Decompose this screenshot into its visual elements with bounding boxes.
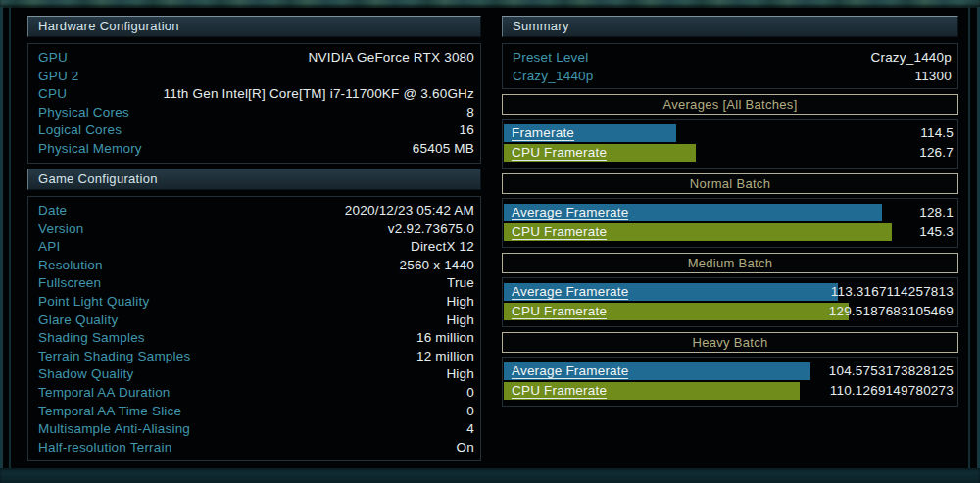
hardware-config-row: GPUNVIDIA GeForce RTX 3080 <box>38 49 474 68</box>
bar-label: Average Framerate <box>512 363 628 379</box>
batch-title: Averages [All Batches] <box>502 94 958 115</box>
game-config-row-value: On <box>457 439 474 458</box>
batch-title: Medium Batch <box>502 253 958 273</box>
game-config-row-value: High <box>446 365 474 384</box>
framerate-bar-row: Average Framerate113.3167114257813 <box>504 283 956 301</box>
game-config-row: Multisample Anti-Aliasing4 <box>38 420 474 439</box>
game-config-row-label: Multisample Anti-Aliasing <box>38 420 190 439</box>
hardware-configuration-box: GPUNVIDIA GeForce RTX 3080GPU 2CPU11th G… <box>27 43 481 164</box>
preset-row: Preset LevelCrazy_1440p <box>513 49 952 68</box>
game-config-row-label: Temporal AA Duration <box>38 384 171 403</box>
hardware-config-row: Logical Cores16 <box>38 121 474 140</box>
framerate-bar-row: Framerate114.5 <box>504 124 956 142</box>
batch-bars-box: Framerate114.5CPU Framerate126.7 <box>502 119 958 169</box>
hardware-config-row-value: NVIDIA GeForce RTX 3080 <box>309 49 474 68</box>
hardware-config-row-label: Physical Cores <box>38 104 129 122</box>
left-frame-edge <box>0 7 3 469</box>
hardware-config-row: Physical Memory65405 MB <box>38 140 474 159</box>
framerate-bar-row: Average Framerate128.1 <box>504 204 956 221</box>
game-config-row-label: Resolution <box>38 257 103 275</box>
game-config-row-value: High <box>446 312 474 330</box>
framerate-bar-row: CPU Framerate129.5187683105469 <box>504 303 956 320</box>
game-config-row: Point Light QualityHigh <box>38 293 474 312</box>
hardware-config-row-value: 11th Gen Intel[R] Core[TM] i7-11700KF @ … <box>164 85 475 104</box>
game-config-row-label: Terrain Shading Samples <box>38 348 190 366</box>
game-config-row-value: 16 million <box>416 329 474 348</box>
hardware-config-row-value: 8 <box>466 104 474 122</box>
bottom-frame-strip <box>0 468 980 483</box>
batch-bars-box: Average Framerate128.1CPU Framerate145.3 <box>502 198 958 248</box>
game-config-row-label: Shadow Quality <box>38 365 133 384</box>
bar-value: 126.7 <box>919 144 954 162</box>
game-config-row: Date2020/12/23 05:42 AM <box>38 202 474 220</box>
game-config-row-label: Version <box>38 220 83 239</box>
game-configuration-title: Game Configuration <box>38 171 158 186</box>
game-config-row-label: API <box>38 238 60 257</box>
bar-label: Average Framerate <box>512 284 628 300</box>
bar-value: 110.1269149780273 <box>830 382 954 400</box>
game-config-row: Temporal AA Time Slice0 <box>38 403 474 421</box>
bar-label: Framerate <box>512 125 574 141</box>
hardware-config-row: GPU 2 <box>38 68 474 86</box>
game-config-row-value: High <box>446 293 474 312</box>
game-config-row: Shadow QualityHigh <box>38 365 474 384</box>
preset-row-label: Crazy_1440p <box>513 68 594 86</box>
summary-header: Summary <box>502 16 958 37</box>
bar-label: CPU Framerate <box>512 224 607 240</box>
game-config-row-value: 2560 x 1440 <box>399 257 474 275</box>
preset-row: Crazy_1440p11300 <box>513 68 952 86</box>
game-configuration-header: Game Configuration <box>27 169 481 190</box>
game-config-row: Resolution2560 x 1440 <box>38 257 474 275</box>
game-config-row-value: v2.92.73675.0 <box>388 220 474 239</box>
batch-sections: Averages [All Batches]Framerate114.5CPU … <box>502 94 958 407</box>
game-config-row: APIDirectX 12 <box>38 238 474 257</box>
left-frame-line <box>9 7 11 469</box>
batch-bars-box: Average Framerate104.5753173828125CPU Fr… <box>502 357 958 407</box>
preset-row-label: Preset Level <box>513 49 588 68</box>
framerate-bar-row: CPU Framerate126.7 <box>504 144 956 162</box>
game-config-row: Versionv2.92.73675.0 <box>38 220 474 239</box>
preset-box: Preset LevelCrazy_1440pCrazy_1440p11300 <box>502 43 958 89</box>
game-config-row: Half-resolution TerrainOn <box>38 439 474 458</box>
game-config-row: Shading Samples16 million <box>38 329 474 348</box>
bar-value: 113.3167114257813 <box>831 283 954 301</box>
bar-value: 128.1 <box>919 204 954 221</box>
preset-row-value: Crazy_1440p <box>870 49 952 68</box>
game-config-row-label: Date <box>38 202 67 220</box>
configuration-panel: Hardware Configuration GPUNVIDIA GeForce… <box>27 0 481 461</box>
game-config-row-value: 2020/12/23 05:42 AM <box>345 202 474 220</box>
batch-title: Heavy Batch <box>502 332 958 353</box>
batch-bars-box: Average Framerate113.3167114257813CPU Fr… <box>502 277 958 327</box>
right-frame-line <box>968 7 970 469</box>
batch-title: Normal Batch <box>502 173 958 194</box>
bar-label: CPU Framerate <box>512 383 607 399</box>
hardware-config-row-value: 65405 MB <box>413 140 474 159</box>
hardware-config-row-label: CPU <box>38 85 67 104</box>
game-config-row-label: Fullscreen <box>38 274 101 293</box>
bar-label: CPU Framerate <box>512 145 607 161</box>
game-config-row-label: Point Light Quality <box>38 293 149 312</box>
game-config-row: Terrain Shading Samples12 million <box>38 348 474 366</box>
summary-title: Summary <box>513 19 569 33</box>
bar-value: 129.5187683105469 <box>829 303 954 320</box>
game-config-row-label: Glare Quality <box>38 312 118 330</box>
hardware-config-row-label: Physical Memory <box>38 140 142 159</box>
game-config-row-value: 0 <box>466 403 474 421</box>
hardware-configuration-header: Hardware Configuration <box>27 16 481 37</box>
game-config-row-value: DirectX 12 <box>411 238 474 257</box>
game-configuration-box: Date2020/12/23 05:42 AMVersionv2.92.7367… <box>27 196 481 461</box>
framerate-bar-row: CPU Framerate145.3 <box>504 223 956 241</box>
bar-value: 114.5 <box>920 124 954 142</box>
bar-value: 145.3 <box>919 223 954 241</box>
game-config-row-value: 4 <box>466 420 474 439</box>
game-config-row-label: Shading Samples <box>38 329 145 348</box>
benchmark-results-page: Hardware Configuration GPUNVIDIA GeForce… <box>0 0 980 483</box>
bar-value: 104.5753173828125 <box>829 362 954 380</box>
hardware-config-row: CPU11th Gen Intel[R] Core[TM] i7-11700KF… <box>38 85 474 104</box>
game-config-row-label: Half-resolution Terrain <box>38 439 172 458</box>
summary-panel: Summary Preset LevelCrazy_1440pCrazy_144… <box>502 0 958 407</box>
game-config-row: Temporal AA Duration0 <box>38 384 474 403</box>
hardware-config-row-label: GPU <box>38 49 68 68</box>
game-config-row-value: 0 <box>466 384 474 403</box>
hardware-config-row-value: 16 <box>460 121 474 140</box>
